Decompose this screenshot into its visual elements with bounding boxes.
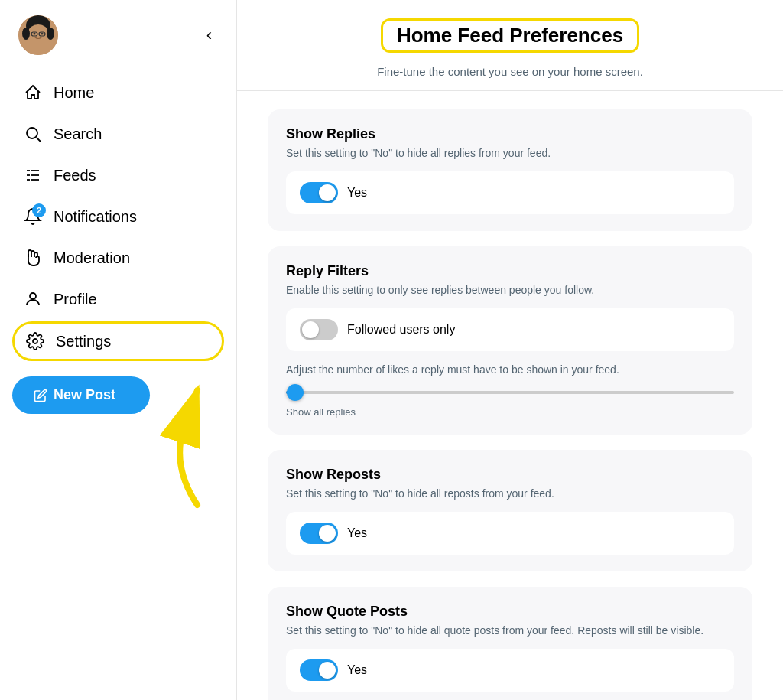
title-highlight: Home Feed Preferences [381, 18, 639, 53]
show-quote-posts-toggle-row: Yes [286, 649, 734, 692]
avatar-row: ‹ [12, 15, 224, 55]
reply-filters-toggle-row: Followed users only [286, 308, 734, 351]
show-reposts-title: Show Reposts [286, 467, 734, 483]
new-post-icon [34, 389, 47, 402]
reply-filters-title: Reply Filters [286, 263, 734, 279]
preferences-content: Show Replies Set this setting to "No" to… [237, 91, 783, 700]
search-icon [23, 124, 43, 144]
likes-slider-container[interactable] [286, 385, 734, 400]
show-replies-toggle[interactable] [300, 182, 338, 203]
show-reposts-card: Show Reposts Set this setting to "No" to… [268, 450, 752, 571]
avatar[interactable] [18, 15, 58, 55]
slider-thumb[interactable] [287, 384, 304, 401]
toggle-thumb [302, 321, 319, 338]
sidebar-item-moderation[interactable]: Moderation [12, 239, 224, 277]
sidebar-item-home-label: Home [54, 84, 94, 102]
sidebar-item-moderation-label: Moderation [54, 249, 130, 267]
show-replies-toggle-row: Yes [286, 171, 734, 214]
show-quote-posts-toggle[interactable] [300, 659, 338, 681]
sidebar-item-feeds[interactable]: Feeds [12, 156, 224, 194]
feeds-icon [23, 165, 43, 185]
sidebar: ‹ Home Search [0, 0, 237, 700]
reply-filters-toggle-label: Followed users only [347, 323, 455, 337]
hand-icon [23, 248, 43, 268]
person-icon [23, 289, 43, 309]
sidebar-item-home[interactable]: Home [12, 73, 224, 112]
svg-point-2 [28, 24, 48, 40]
new-post-label: New Post [54, 387, 115, 403]
page-subtitle: Fine-tune the content you see on your ho… [268, 65, 752, 78]
show-replies-toggle-label: Yes [347, 186, 367, 200]
likes-slider-section: Adjust the number of likes a reply must … [286, 363, 734, 418]
toggle-thumb [319, 184, 336, 201]
svg-point-18 [30, 293, 36, 299]
show-reposts-toggle-row: Yes [286, 512, 734, 555]
show-quote-posts-card: Show Quote Posts Set this setting to "No… [268, 587, 752, 700]
svg-point-9 [47, 28, 54, 40]
reply-filters-card: Reply Filters Enable this setting to onl… [268, 246, 752, 435]
svg-point-8 [22, 28, 30, 40]
svg-line-11 [37, 138, 41, 142]
back-button[interactable]: ‹ [200, 22, 218, 48]
home-icon [23, 83, 43, 103]
sidebar-item-feeds-label: Feeds [54, 167, 96, 184]
show-reposts-toggle[interactable] [300, 523, 338, 544]
sidebar-item-profile-label: Profile [54, 291, 97, 308]
show-quote-posts-desc: Set this setting to "No" to hide all quo… [286, 624, 734, 637]
page-header: Home Feed Preferences Fine-tune the cont… [237, 0, 783, 91]
new-post-button[interactable]: New Post [12, 376, 150, 414]
show-quote-posts-toggle-label: Yes [347, 663, 367, 677]
gear-icon [25, 331, 45, 351]
svg-point-10 [27, 128, 37, 138]
slider-desc: Adjust the number of likes a reply must … [286, 363, 734, 376]
slider-track [286, 391, 734, 394]
sidebar-item-settings-label: Settings [56, 333, 111, 350]
svg-point-4 [41, 33, 44, 35]
sidebar-item-settings[interactable]: Settings [12, 321, 224, 361]
sidebar-item-profile[interactable]: Profile [12, 280, 224, 318]
sidebar-item-notifications[interactable]: 2 Notifications [12, 197, 224, 236]
show-reposts-toggle-label: Yes [347, 526, 367, 540]
reply-filters-desc: Enable this setting to only see replies … [286, 284, 734, 296]
show-replies-title: Show Replies [286, 126, 734, 142]
sidebar-item-notifications-label: Notifications [54, 208, 137, 226]
page-title: Home Feed Preferences [397, 24, 623, 47]
toggle-thumb [319, 525, 336, 542]
show-replies-desc: Set this setting to "No" to hide all rep… [286, 147, 734, 159]
svg-point-19 [33, 339, 37, 343]
main-content: Home Feed Preferences Fine-tune the cont… [237, 0, 783, 700]
toggle-thumb [319, 662, 336, 679]
slider-hint: Show all replies [286, 406, 734, 418]
notification-badge: 2 [32, 203, 46, 217]
show-reposts-desc: Set this setting to "No" to hide all rep… [286, 487, 734, 500]
show-quote-posts-title: Show Quote Posts [286, 604, 734, 620]
svg-point-3 [34, 33, 36, 35]
sidebar-item-search[interactable]: Search [12, 115, 224, 153]
reply-filters-toggle[interactable] [300, 319, 338, 340]
sidebar-item-search-label: Search [54, 125, 102, 143]
show-replies-card: Show Replies Set this setting to "No" to… [268, 109, 752, 231]
